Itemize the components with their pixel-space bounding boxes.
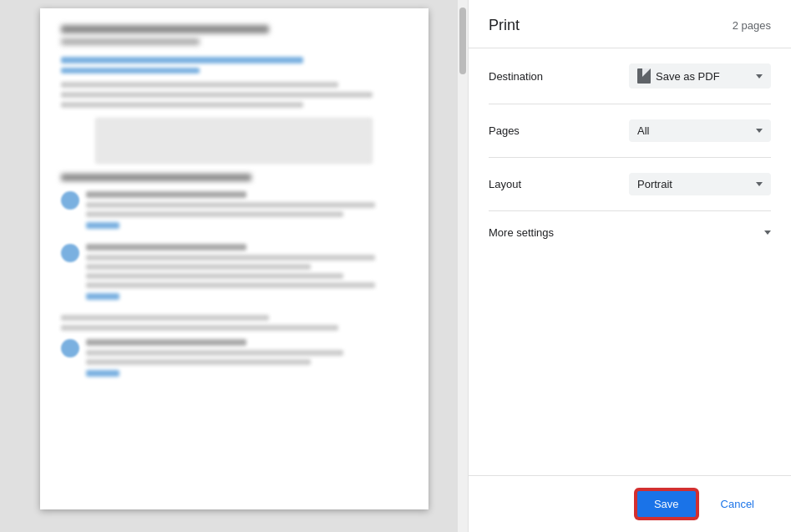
more-settings-label: More settings <box>489 226 554 239</box>
print-panel: Print 2 pages Destination Save as PDF Pa… <box>468 0 791 532</box>
scrollbar-thumb[interactable] <box>459 8 466 74</box>
pages-label: Pages <box>489 124 572 137</box>
more-settings-row[interactable]: More settings <box>489 211 771 254</box>
pages-value: All <box>637 124 649 137</box>
destination-label: Destination <box>489 70 572 83</box>
print-title: Print <box>489 17 520 34</box>
layout-chevron-icon <box>756 182 763 186</box>
print-pages-count: 2 pages <box>733 19 771 32</box>
layout-row: Layout Portrait <box>489 158 771 211</box>
destination-select[interactable]: Save as PDF <box>629 63 771 89</box>
pages-chevron-icon <box>756 129 763 133</box>
pages-select[interactable]: All <box>629 119 771 142</box>
print-header: Print 2 pages <box>469 0 791 48</box>
destination-row: Destination Save as PDF <box>489 48 771 104</box>
cancel-button[interactable]: Cancel <box>704 491 771 517</box>
destination-value: Save as PDF <box>656 70 720 83</box>
print-options: Destination Save as PDF Pages All Layout <box>469 48 791 475</box>
layout-select[interactable]: Portrait <box>629 173 771 195</box>
document-preview <box>0 0 468 532</box>
layout-label: Layout <box>489 178 572 190</box>
destination-chevron-icon <box>756 74 763 79</box>
layout-value: Portrait <box>637 178 672 190</box>
print-footer: Save Cancel <box>469 475 791 532</box>
preview-page <box>40 8 428 509</box>
more-settings-chevron-icon <box>764 231 771 235</box>
scrollbar[interactable] <box>458 0 468 532</box>
save-button[interactable]: Save <box>636 489 697 519</box>
pdf-icon <box>637 68 651 84</box>
pages-row: Pages All <box>489 104 771 158</box>
